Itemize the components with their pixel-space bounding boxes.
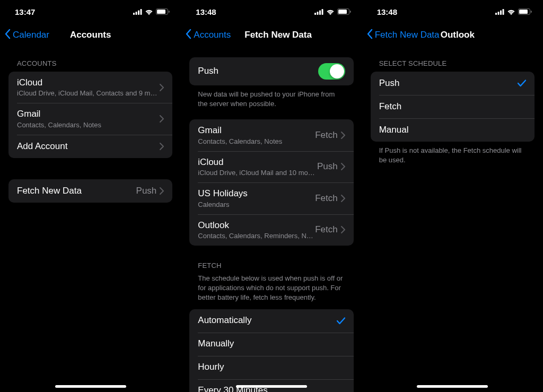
account-icloud-fetch[interactable]: iCloud iCloud Drive, iCloud Mail and 10 … (189, 151, 353, 182)
nav-bar: Accounts Fetch New Data (181, 23, 362, 47)
wifi-icon (326, 9, 335, 15)
item-title: Gmail (17, 109, 160, 119)
schedule-manually[interactable]: Manually (189, 333, 353, 356)
page-title: Fetch New Data (244, 30, 312, 40)
svg-rect-2 (138, 10, 139, 15)
status-bar: 13:47 (0, 0, 181, 23)
accounts-list: iCloud iCloud Drive, iCloud Mail, Contac… (8, 72, 172, 158)
account-outlook-fetch[interactable]: Outlook Contacts, Calendars, Reminders, … (189, 214, 353, 246)
svg-rect-7 (314, 13, 316, 15)
wifi-icon (507, 9, 515, 15)
checkmark-icon (337, 317, 345, 325)
svg-rect-19 (519, 10, 528, 14)
item-title: Manually (198, 338, 345, 349)
svg-rect-13 (350, 11, 351, 13)
svg-rect-3 (141, 9, 142, 15)
item-title: Add Account (17, 141, 160, 152)
home-indicator[interactable] (55, 385, 126, 388)
battery-icon (156, 8, 170, 15)
page-title: Accounts (70, 30, 111, 40)
group-header-schedule: SELECT SCHEDULE (362, 47, 543, 72)
item-title: iCloud (198, 157, 317, 168)
nav-bar: Fetch New Data Outlook (362, 23, 543, 47)
home-indicator[interactable] (236, 385, 307, 388)
schedule-manual[interactable]: Manual (371, 118, 535, 142)
item-value: Push (136, 186, 157, 196)
item-title: US Holidays (198, 188, 315, 199)
item-value: Push (317, 161, 338, 172)
item-title: Fetch New Data (17, 186, 136, 196)
battery-icon (518, 8, 532, 15)
status-bar: 13:48 (362, 0, 543, 23)
item-value: Fetch (315, 193, 338, 204)
chevron-right-icon (341, 132, 345, 139)
account-icloud[interactable]: iCloud iCloud Drive, iCloud Mail, Contac… (8, 72, 172, 103)
accounts-fetch-list: Gmail Contacts, Calendars, Notes Fetch i… (189, 119, 353, 246)
svg-rect-16 (500, 10, 502, 15)
fetch-schedule-list: Automatically Manually Hourly Every 30 M… (189, 309, 353, 393)
item-title: Outlook (198, 220, 315, 231)
item-title: Automatically (198, 315, 336, 326)
schedule-push[interactable]: Push (371, 72, 535, 95)
screen-accounts: 13:47 Calendar Accounts ACCOUNTS iCloud … (0, 0, 181, 392)
back-button[interactable]: Fetch New Data (366, 29, 440, 42)
status-time: 13:47 (15, 7, 35, 16)
account-gmail[interactable]: Gmail Contacts, Calendars, Notes (8, 103, 172, 134)
item-subtitle: Calendars (198, 201, 315, 208)
back-label: Accounts (194, 30, 231, 40)
push-toggle[interactable] (318, 63, 345, 80)
svg-rect-5 (157, 10, 165, 14)
chevron-right-icon (160, 187, 164, 195)
fetch-new-data[interactable]: Fetch New Data Push (8, 179, 172, 203)
status-time: 13:48 (377, 7, 397, 16)
chevron-right-icon (341, 163, 345, 170)
svg-rect-15 (497, 12, 499, 15)
group-footer: New data will be pushed to your iPhone f… (181, 85, 362, 109)
back-button[interactable]: Accounts (185, 29, 231, 42)
cellular-icon (133, 9, 142, 15)
group-header-fetch: FETCH (181, 246, 362, 274)
nav-bar: Calendar Accounts (0, 23, 181, 47)
push-toggle-list: Push (189, 57, 353, 85)
screen-outlook: 13:48 Fetch New Data Outlook SELECT SCHE… (362, 0, 543, 392)
schedule-list: Push Fetch Manual (371, 72, 535, 142)
item-title: Fetch (379, 101, 526, 112)
group-description: The schedule below is used when push is … (181, 274, 362, 309)
chevron-left-icon (185, 29, 191, 42)
account-gmail-fetch[interactable]: Gmail Contacts, Calendars, Notes Fetch (189, 119, 353, 151)
schedule-automatically[interactable]: Automatically (189, 309, 353, 333)
item-subtitle: Contacts, Calendars, Notes (198, 137, 315, 145)
content: SELECT SCHEDULE Push Fetch Manual If Pus… (362, 47, 543, 392)
svg-rect-12 (338, 10, 347, 14)
cellular-icon (495, 9, 504, 15)
item-title: Push (379, 78, 518, 89)
fetch-list: Fetch New Data Push (8, 179, 172, 203)
item-subtitle: iCloud Drive, iCloud Mail and 10 more… (198, 169, 317, 177)
checkmark-icon (518, 80, 526, 87)
status-indicators (314, 8, 352, 15)
item-subtitle: iCloud Drive, iCloud Mail, Contacts and … (17, 89, 160, 97)
home-indicator[interactable] (417, 385, 488, 388)
back-label: Fetch New Data (375, 30, 440, 40)
chevron-right-icon (341, 226, 345, 233)
svg-rect-1 (136, 12, 137, 15)
back-button[interactable]: Calendar (4, 29, 49, 42)
schedule-fetch[interactable]: Fetch (371, 95, 535, 118)
account-us-holidays-fetch[interactable]: US Holidays Calendars Fetch (189, 182, 353, 214)
content: ACCOUNTS iCloud iCloud Drive, iCloud Mai… (0, 47, 181, 392)
chevron-right-icon (160, 84, 164, 91)
item-title: iCloud (17, 77, 160, 88)
back-label: Calendar (13, 30, 49, 40)
cellular-icon (314, 9, 323, 15)
status-indicators (133, 8, 170, 15)
add-account[interactable]: Add Account (8, 135, 172, 158)
item-title: Manual (379, 125, 526, 135)
svg-rect-17 (502, 9, 504, 15)
schedule-hourly[interactable]: Hourly (189, 356, 353, 379)
item-subtitle: Contacts, Calendars, Reminders, Notes (198, 232, 315, 240)
chevron-right-icon (341, 195, 345, 202)
push-toggle-row[interactable]: Push (189, 57, 353, 85)
chevron-left-icon (4, 29, 11, 42)
group-header-accounts: ACCOUNTS (0, 47, 181, 72)
chevron-right-icon (160, 115, 164, 123)
